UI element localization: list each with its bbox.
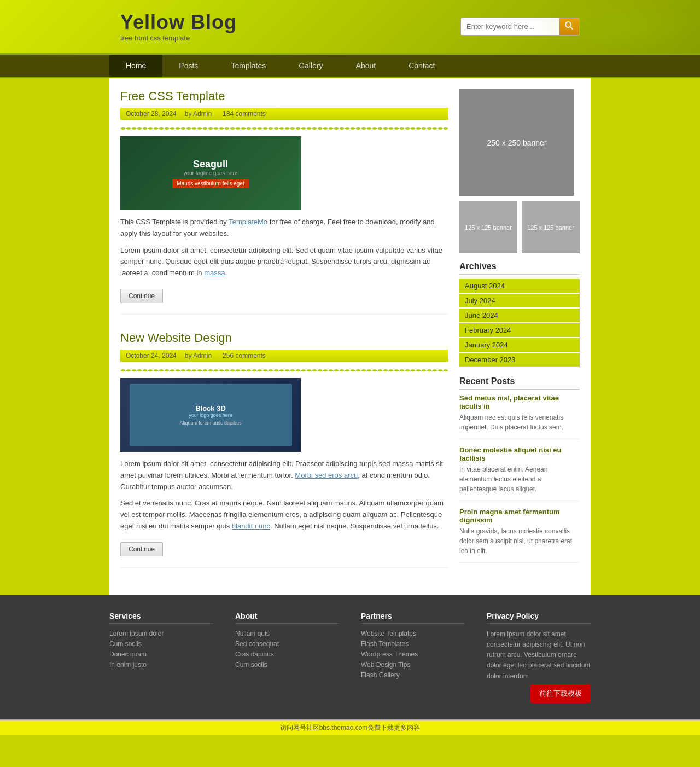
svg-point-0: [565, 22, 571, 27]
article-2-title: New Website Design: [120, 331, 448, 345]
article-2-author: by Admin: [185, 352, 214, 359]
footer-services-link-3[interactable]: Donec quam: [109, 650, 147, 658]
archive-list: August 2024 July 2024 June 2024 February…: [459, 279, 580, 367]
main-content: Free CSS Template October 28, 2024 by Ad…: [120, 89, 448, 584]
recent-post-1: Sed metus nisl, placerat vitae iaculis i…: [459, 394, 580, 439]
nav-about[interactable]: About: [340, 55, 393, 77]
list-item: Donec quam: [109, 650, 213, 658]
archive-item: August 2024: [459, 279, 580, 293]
article-1-meta: October 28, 2024 by Admin 184 comments: [120, 108, 448, 120]
recent-post-3-excerpt: Nulla gravida, lacus molestie convallis …: [459, 526, 580, 556]
nav-home[interactable]: Home: [109, 55, 162, 77]
search-box: [460, 18, 580, 36]
archive-item: January 2024: [459, 338, 580, 352]
list-item: Flash Templates: [361, 640, 465, 648]
nav-contact[interactable]: Contact: [392, 55, 451, 77]
footer-partners-flash-templates[interactable]: Flash Templates: [361, 640, 409, 648]
footer-about-title: About: [235, 612, 339, 624]
footer-partners-web-design-tips[interactable]: Web Design Tips: [361, 661, 411, 669]
archive-item: June 2024: [459, 309, 580, 322]
nav-gallery[interactable]: Gallery: [282, 55, 339, 77]
meta-ornament-1: [120, 126, 448, 131]
article-2-continue[interactable]: Continue: [120, 542, 163, 556]
list-item: Flash Gallery: [361, 671, 465, 679]
footer-services-link-2[interactable]: Cum sociis: [109, 640, 142, 648]
article-1-continue[interactable]: Continue: [120, 289, 163, 303]
sidebar: 250 x 250 banner 125 x 125 banner 125 x …: [459, 89, 580, 584]
article-2-title-link[interactable]: New Website Design: [120, 331, 232, 345]
footer-partners: Partners Website Templates Flash Templat…: [361, 612, 465, 703]
templatemo-link[interactable]: TemplateMo: [229, 218, 267, 226]
footer-services-link-4[interactable]: In enim justo: [109, 661, 147, 669]
search-button[interactable]: [559, 18, 579, 35]
site-branding: Yellow Blog free html css template: [120, 11, 237, 42]
list-item: Web Design Tips: [361, 660, 465, 669]
list-item: In enim justo: [109, 660, 213, 669]
article-2: New Website Design October 24, 2024 by A…: [120, 331, 448, 568]
article-2-meta: October 24, 2024 by Admin 256 comments: [120, 350, 448, 362]
site-title: Yellow Blog: [120, 11, 237, 34]
archive-item: December 2023: [459, 353, 580, 367]
footer-partners-title: Partners: [361, 612, 465, 624]
footer-partners-website-templates[interactable]: Website Templates: [361, 630, 416, 637]
recent-post-2-link[interactable]: Donec molestie aliquet nisi eu facilisis: [459, 446, 561, 462]
list-item: Sed consequat: [235, 640, 339, 648]
banner-250: 250 x 250 banner: [459, 89, 574, 196]
list-item: Cras dapibus: [235, 650, 339, 658]
article-2-date: October 24, 2024: [126, 352, 177, 359]
footer-services: Services Lorem ipsum dolor Cum sociis Do…: [109, 612, 213, 703]
archive-december-2023[interactable]: December 2023: [459, 353, 580, 367]
recent-post-1-link[interactable]: Sed metus nisl, placerat vitae iaculis i…: [459, 394, 559, 410]
footer-about-link-1[interactable]: Nullam quis: [235, 630, 270, 637]
navigation: Home Posts Templates Gallery About Conta…: [0, 53, 700, 78]
list-item: Lorem ipsum dolor: [109, 629, 213, 637]
archive-february-2024[interactable]: February 2024: [459, 323, 580, 337]
recent-post-3-link[interactable]: Proin magna amet fermentum dignissim: [459, 508, 560, 524]
search-icon: [565, 21, 574, 30]
recent-post-2-excerpt: In vitae placerat enim. Aenean elementum…: [459, 464, 580, 494]
recent-posts-title: Recent Posts: [459, 376, 580, 390]
watermark-text: 访问网号社区bbs.themao.com免费下载更多内容: [280, 724, 421, 731]
morbi-link[interactable]: Morbi sed eros arcu: [295, 471, 358, 479]
search-input[interactable]: [461, 19, 559, 34]
archive-january-2024[interactable]: January 2024: [459, 338, 580, 352]
article-2-body1: Lorem ipsum dolor sit amet, consectetur …: [120, 458, 448, 492]
massa-link[interactable]: massa: [204, 269, 225, 277]
footer-partners-wordpress-themes[interactable]: Wordpress Themes: [361, 650, 418, 658]
archives-title: Archives: [459, 262, 580, 275]
svg-line-1: [570, 27, 573, 30]
article-1-author: by Admin: [185, 110, 214, 118]
footer-privacy: Privacy Policy Lorem ipsum dolor sit ame…: [487, 612, 591, 703]
footer-privacy-button[interactable]: 前往下载模板: [530, 684, 591, 703]
footer-about-link-3[interactable]: Cras dapibus: [235, 650, 274, 658]
site-subtitle: free html css template: [120, 34, 237, 42]
article-1-title-link[interactable]: Free CSS Template: [120, 89, 225, 103]
archive-item: July 2024: [459, 294, 580, 307]
article-1-title: Free CSS Template: [120, 89, 448, 103]
article-1-date: October 28, 2024: [126, 110, 177, 118]
article-1: Free CSS Template October 28, 2024 by Ad…: [120, 89, 448, 315]
nav-posts[interactable]: Posts: [162, 55, 214, 77]
archive-item: February 2024: [459, 323, 580, 337]
blandit-link[interactable]: blandit nunc: [232, 522, 270, 530]
article-2-body2: Sed et venenatis nunc. Cras at mauris ne…: [120, 498, 448, 532]
footer-partners-flash-gallery[interactable]: Flash Gallery: [361, 671, 400, 679]
recent-post-3: Proin magna amet fermentum dignissim Nul…: [459, 508, 580, 563]
list-item: Wordpress Themes: [361, 650, 465, 658]
article-1-body1: This CSS Template is provided by Templat…: [120, 217, 448, 240]
recent-post-2: Donec molestie aliquet nisi eu facilisis…: [459, 446, 580, 501]
article-1-body2: Lorem ipsum dolor sit amet, consectetur …: [120, 245, 448, 279]
footer-about-link-2[interactable]: Sed consequat: [235, 640, 279, 648]
archive-august-2024[interactable]: August 2024: [459, 279, 580, 293]
archive-june-2024[interactable]: June 2024: [459, 309, 580, 322]
nav-templates[interactable]: Templates: [214, 55, 282, 77]
header: Yellow Blog free html css template: [0, 0, 700, 53]
recent-posts-section: Recent Posts Sed metus nisl, placerat vi…: [459, 376, 580, 563]
footer-services-link-1[interactable]: Lorem ipsum dolor: [109, 630, 164, 637]
archive-july-2024[interactable]: July 2024: [459, 294, 580, 307]
footer-about-link-4[interactable]: Cum sociis: [235, 661, 267, 669]
main-wrapper: Free CSS Template October 28, 2024 by Ad…: [109, 78, 591, 595]
article-1-comments: 184 comments: [223, 110, 266, 118]
footer: Services Lorem ipsum dolor Cum sociis Do…: [0, 595, 700, 719]
archives-section: Archives August 2024 July 2024 June 2024…: [459, 262, 580, 367]
